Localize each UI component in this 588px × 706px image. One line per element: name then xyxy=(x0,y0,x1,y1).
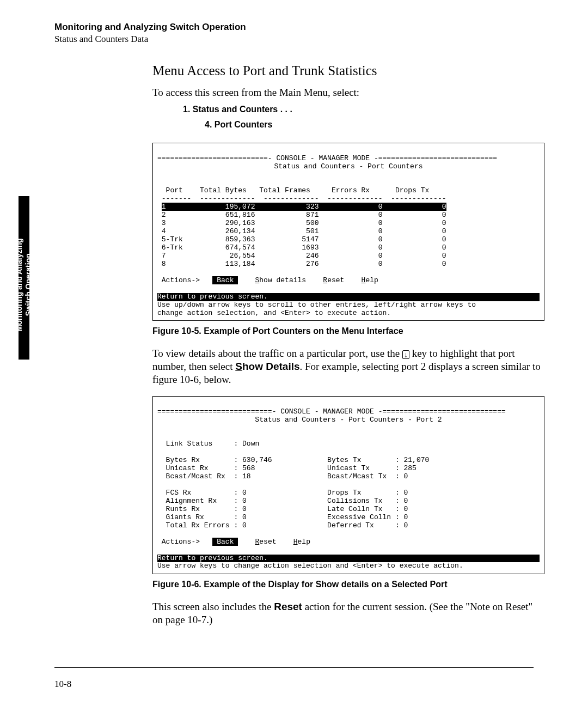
link-status-value: Down xyxy=(242,440,259,448)
intro-para: To access this screen from the Main Menu… xyxy=(152,86,544,99)
side-tab: Monitoring and Analyzing Switch Operatio… xyxy=(19,196,29,360)
console2-subtitle: Status and Counters - Port Counters - Po… xyxy=(157,416,540,424)
action-reset-2[interactable]: Reset xyxy=(255,538,277,546)
actions-label: Actions-> xyxy=(162,276,200,284)
console2-banner: ===========================- CONSOLE - M… xyxy=(157,407,506,416)
page-number: 10-8 xyxy=(54,679,71,690)
console-port-counters: ==========================- CONSOLE - MA… xyxy=(152,143,544,321)
col-errs: Errors Rx xyxy=(332,186,370,194)
action-help[interactable]: Help xyxy=(362,276,378,284)
action-show-details[interactable]: Show details xyxy=(255,276,307,284)
figure-10-5-caption: Figure 10-5. Example of Port Counters on… xyxy=(152,326,544,336)
console1-banner: ==========================- CONSOLE - MA… xyxy=(157,154,497,162)
link-status-label: Link Status xyxy=(166,440,213,448)
down-arrow-key-icon: ↓ xyxy=(402,350,409,359)
action-back[interactable]: Back xyxy=(212,276,238,284)
col-frames: Total Frames xyxy=(259,186,310,194)
row-1[interactable]: 1 195,072 323 0 0 xyxy=(162,203,446,211)
menu-step-1: 1. Status and Counters . . . xyxy=(183,105,544,114)
col-port: Port xyxy=(166,186,183,194)
console-port-detail: ===========================- CONSOLE - M… xyxy=(152,396,544,575)
header-title: Monitoring and Analyzing Switch Operatio… xyxy=(54,22,534,33)
header-subtitle: Status and Counters Data xyxy=(54,34,534,45)
side-tab-line1: Monitoring and Analyzing xyxy=(15,239,23,332)
row-6[interactable]: 6-Trk 674,574 1693 0 0 xyxy=(162,244,446,252)
body-content: Menu Access to Port and Trunk Statistics… xyxy=(152,63,544,626)
row-2[interactable]: 2 651,816 871 0 0 xyxy=(162,211,446,219)
console2-banner-mid: CONSOLE - MANAGER MODE xyxy=(280,407,374,416)
action-back-2[interactable]: Back xyxy=(212,538,238,546)
console2-return-line: Return to previous screen. xyxy=(157,555,540,563)
row-5[interactable]: 5-Trk 859,363 5147 0 0 xyxy=(162,235,446,244)
col-drops: Drops Tx xyxy=(395,186,429,194)
console1-help1: Use up/down arrow keys to scroll to othe… xyxy=(157,301,476,309)
actions-label-2: Actions-> xyxy=(162,538,200,546)
row-3[interactable]: 3 290,163 500 0 0 xyxy=(162,219,446,227)
section-heading: Menu Access to Port and Trunk Statistics xyxy=(152,63,544,78)
menu-step-2: 4. Port Counters xyxy=(205,120,544,130)
col-bytes: Total Bytes xyxy=(200,186,247,194)
console1-return-line: Return to previous screen. xyxy=(157,293,540,301)
row-4[interactable]: 4 260,134 501 0 0 xyxy=(162,227,446,235)
console1-subtitle: Status and Counters - Port Counters xyxy=(157,163,540,171)
side-tab-line2: Switch Operation xyxy=(24,253,33,316)
console2-help1: Use arrow keys to change action selectio… xyxy=(157,562,463,570)
action-help-2[interactable]: Help xyxy=(293,538,310,546)
console1-help2: change action selection, and <Enter> to … xyxy=(157,309,391,317)
para-end: This screen also includes the Reset acti… xyxy=(152,600,544,626)
action-reset[interactable]: Reset xyxy=(323,276,344,284)
para-mid: To view details about the traffic on a p… xyxy=(152,347,544,386)
reset-bold: Reset xyxy=(274,601,302,612)
console1-banner-mid: CONSOLE - MANAGER MODE xyxy=(276,154,370,162)
row-7[interactable]: 7 26,554 246 0 0 xyxy=(162,252,446,260)
page: Monitoring and Analyzing Switch Operatio… xyxy=(0,0,588,706)
row-8[interactable]: 8 113,184 276 0 0 xyxy=(162,260,446,268)
footer-rule xyxy=(54,667,534,668)
side-tab-text: Monitoring and Analyzing Switch Operatio… xyxy=(15,203,33,367)
figure-10-6-caption: Figure 10-6. Example of the Display for … xyxy=(152,580,544,589)
